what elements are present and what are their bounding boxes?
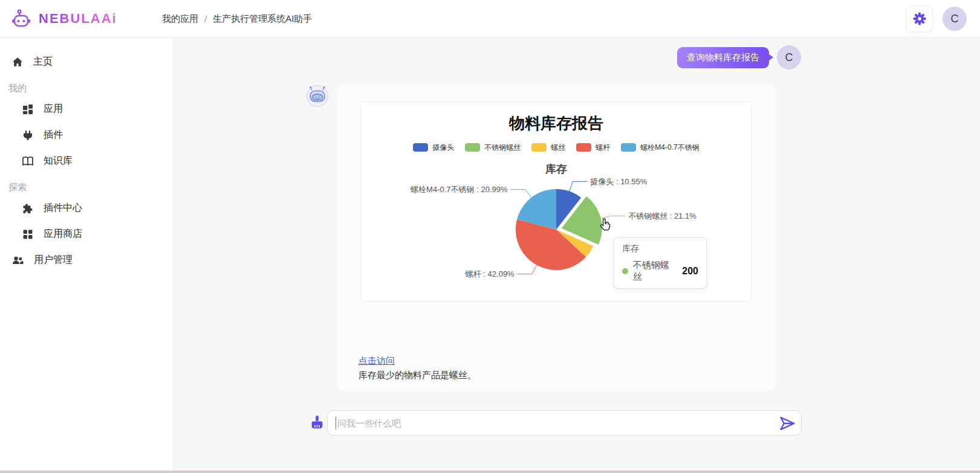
assistant-message-row: 物料库存报告 摄像头 不锈钢螺丝 螺丝 — [306, 85, 775, 391]
assistant-avatar — [306, 85, 329, 108]
text-caret — [336, 417, 336, 430]
chart-title: 物料库存报告 — [361, 113, 751, 134]
plug-icon — [22, 130, 33, 141]
breadcrumb: 我的应用 / 生产执行管理系统AI助手 — [162, 13, 312, 25]
sidebar-item-knowledge[interactable]: 知识库 — [0, 148, 173, 174]
apps-icon — [22, 104, 33, 115]
sidebar-item-app-store[interactable]: 应用商店 — [0, 221, 173, 247]
sidebar-item-plugin-center[interactable]: 插件中心 — [0, 195, 173, 221]
clear-chat-button[interactable] — [311, 415, 324, 431]
brush-icon — [311, 415, 323, 431]
inventory-report-card: 物料库存报告 摄像头 不锈钢螺丝 螺丝 — [360, 101, 752, 302]
chart-legend: 摄像头 不锈钢螺丝 螺丝 螺杆 — [361, 140, 751, 155]
legend-swatch — [465, 143, 480, 152]
tooltip-item-name: 不锈钢螺丝 — [633, 260, 677, 283]
user-avatar-chat: C — [777, 45, 801, 69]
settings-button[interactable] — [906, 5, 933, 32]
app-logo[interactable]: NEBULAAi — [11, 8, 162, 29]
send-button[interactable] — [779, 416, 796, 433]
pie-chart-area: 库存 摄像头 : 10.55%不锈钢螺丝 : 21.1%螺杆 : 42.09%螺… — [361, 157, 751, 308]
sidebar: 主页 我的 应用 插件 知识库 探索 — [0, 38, 174, 471]
chat-input-box — [327, 410, 802, 436]
pie-label: 螺杆 : 42.09% — [466, 269, 514, 278]
legend-item-stainless-screw[interactable]: 不锈钢螺丝 — [465, 143, 521, 153]
legend-swatch — [576, 143, 591, 152]
top-header: NEBULAAi 我的应用 / 生产执行管理系统AI助手 C — [0, 0, 980, 38]
users-icon — [12, 255, 24, 266]
cursor-pointer-icon — [599, 217, 613, 233]
breadcrumb-separator: / — [204, 14, 207, 24]
user-message-text: 查询物料库存报告 — [687, 52, 759, 63]
breadcrumb-current: 生产执行管理系统AI助手 — [213, 13, 312, 25]
sidebar-section-my: 我的 — [0, 75, 173, 96]
pie-label-line — [570, 182, 588, 192]
pie-label: 摄像头 : 10.55% — [589, 177, 647, 186]
window-bottom-edge — [0, 471, 980, 473]
sidebar-section-explore: 探索 — [0, 174, 173, 195]
book-icon — [22, 156, 33, 167]
legend-item-screw-rod[interactable]: 螺杆 — [576, 143, 610, 153]
user-message-bubble: 查询物料库存报告 — [677, 47, 769, 68]
answer-text: 库存最少的物料产品是螺丝。 — [359, 370, 752, 381]
legend-swatch — [531, 143, 547, 152]
sidebar-item-home[interactable]: 主页 — [0, 49, 173, 75]
breadcrumb-parent[interactable]: 我的应用 — [162, 13, 198, 25]
chat-input-row — [311, 410, 802, 436]
tooltip-title: 库存 — [622, 243, 698, 254]
legend-swatch — [413, 143, 428, 152]
tooltip-item-value: 200 — [682, 266, 698, 277]
pie-label-line — [518, 265, 537, 274]
bubble-tail — [768, 54, 773, 61]
legend-swatch — [621, 143, 636, 152]
puzzle-icon — [22, 203, 33, 214]
send-plane-icon — [779, 416, 796, 431]
sidebar-item-user-management[interactable]: 用户管理 — [0, 247, 173, 273]
store-grid-icon — [22, 229, 33, 240]
pie-label: 不锈钢螺丝 : 21.1% — [628, 211, 696, 220]
tooltip-row: 不锈钢螺丝 200 — [622, 260, 698, 283]
chat-main: 查询物料库存报告 C 物料库存报告 摄像头 — [174, 38, 980, 471]
legend-item-screw[interactable]: 螺丝 — [531, 143, 565, 153]
pie-label-line — [511, 190, 532, 198]
legend-item-bolt[interactable]: 螺栓M4-0.7不锈钢 — [621, 143, 699, 153]
sidebar-item-plugins[interactable]: 插件 — [0, 122, 173, 148]
visit-link[interactable]: 点击访问 — [359, 355, 395, 367]
assistant-message-bubble: 物料库存报告 摄像头 不锈钢螺丝 螺丝 — [337, 85, 775, 391]
pie-label: 螺栓M4-0.7不锈钢 : 20.99% — [410, 185, 508, 194]
user-avatar[interactable]: C — [943, 7, 967, 31]
home-icon — [12, 57, 23, 68]
chart-tooltip: 库存 不锈钢螺丝 200 — [614, 237, 707, 289]
sidebar-item-apps[interactable]: 应用 — [0, 96, 173, 122]
chat-input[interactable] — [328, 411, 801, 435]
legend-item-camera[interactable]: 摄像头 — [413, 143, 454, 153]
logo-robot-icon — [11, 8, 33, 29]
logo-text: NEBULAAi — [39, 11, 117, 27]
tooltip-series-dot — [622, 268, 628, 274]
gear-icon — [913, 12, 926, 25]
user-message-row: 查询物料库存报告 C — [677, 45, 801, 69]
